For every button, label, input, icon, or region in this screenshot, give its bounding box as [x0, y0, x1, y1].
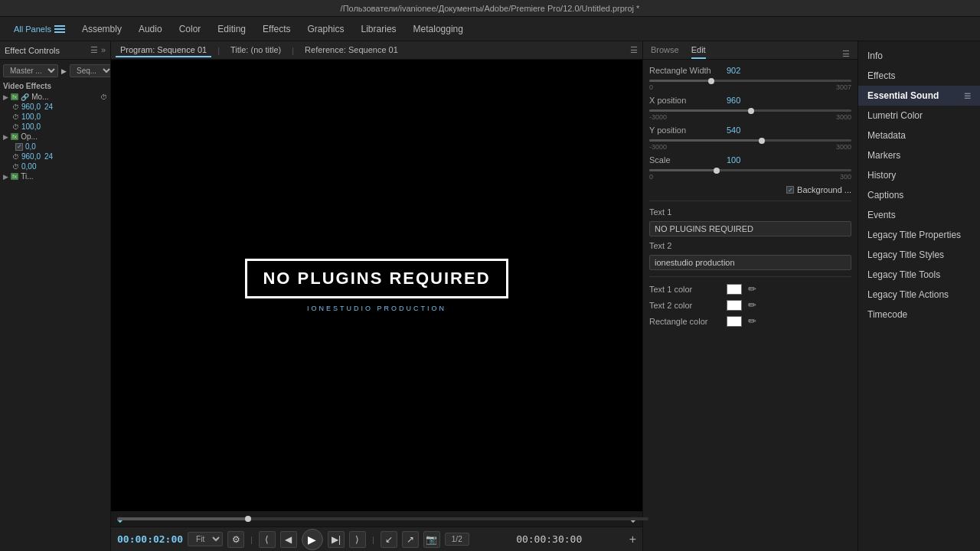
panel-expand-icon[interactable]: » [101, 45, 106, 55]
scale-stopwatch[interactable]: ⏱ [12, 123, 19, 131]
monitor-scrub[interactable]: ◆ ◆ [111, 511, 642, 527]
settings-icon[interactable]: ⚙ [227, 531, 244, 548]
scale-thumb[interactable] [714, 168, 720, 174]
scrub-fill [117, 517, 250, 520]
sidebar-item-events[interactable]: Events [858, 205, 980, 225]
opacity-label: Op... [21, 132, 38, 141]
nav-effects[interactable]: Effects [255, 21, 298, 37]
text2-input[interactable] [649, 255, 851, 270]
nav-assembly[interactable]: Assembly [74, 21, 129, 37]
y-pos-value[interactable]: 540 [727, 126, 740, 135]
browse-tab[interactable]: Browse [651, 44, 679, 59]
effect-checkbox[interactable]: ✓ [15, 143, 23, 151]
anchor-stopwatch[interactable]: ⏱ [12, 153, 19, 161]
y-pos-labels: -3000 3000 [649, 143, 851, 151]
sidebar-item-lumetri[interactable]: Lumetri Color [858, 106, 980, 126]
nav-graphics[interactable]: Graphics [300, 21, 352, 37]
nav-metalogging[interactable]: Metalogging [406, 21, 471, 37]
rect-width-label: Rectangle Width [649, 66, 722, 75]
opacity-arrow: ▶ [3, 133, 8, 141]
fit-dropdown[interactable]: Fit [188, 532, 223, 546]
panel-menu-icon[interactable]: ☰ [90, 45, 98, 55]
sidebar-item-legacy-title-props[interactable]: Legacy Title Properties [858, 225, 980, 245]
sidebar-item-info[interactable]: Info [858, 46, 980, 66]
master-dropdown[interactable]: Master ... [3, 64, 58, 77]
edit-tab[interactable]: Edit [691, 44, 706, 59]
step-forward-button[interactable]: ▶| [328, 531, 345, 548]
title-bar: /Пользователи/ivanionee/Документы/Adobe/… [0, 0, 980, 17]
text1-input[interactable] [649, 221, 851, 236]
background-checkbox[interactable]: ✓ [786, 186, 794, 194]
step-back-button[interactable]: ◀ [280, 531, 297, 548]
sidebar-item-markers[interactable]: Markers [858, 145, 980, 165]
text2-color-swatch[interactable] [727, 300, 742, 311]
x-pos-thumb[interactable] [748, 108, 754, 114]
export-frame-button[interactable]: 📷 [423, 531, 440, 548]
sidebar-item-metadata[interactable]: Metadata [858, 126, 980, 145]
loop-out-button[interactable]: ↗ [402, 531, 419, 548]
mark-in-button[interactable]: ⟨ [259, 531, 276, 548]
nav-libraries[interactable]: Libraries [354, 21, 404, 37]
sidebar-item-essential-sound[interactable]: Essential Sound ☰ [858, 86, 980, 106]
scale-value[interactable]: 100,0 [21, 122, 41, 131]
rect-eyedropper[interactable]: ✏ [746, 315, 758, 327]
sidebar-item-legacy-title-actions[interactable]: Legacy Title Actions [858, 285, 980, 305]
scrub-bar[interactable] [117, 517, 648, 520]
menu-icon-small[interactable]: ☰ [964, 92, 971, 100]
pos-y-stopwatch[interactable]: ⏱ [12, 113, 19, 121]
sidebar-item-legacy-title-styles[interactable]: Legacy Title Styles [858, 245, 980, 265]
nav-audio[interactable]: Audio [131, 21, 170, 37]
rotation-value[interactable]: 0,0 [25, 142, 36, 151]
sidebar-item-legacy-title-tools[interactable]: Legacy Title Tools [858, 265, 980, 285]
y-pos-thumb[interactable] [759, 138, 765, 144]
x-pos-slider[interactable]: -3000 3000 [649, 109, 851, 121]
rect-color-swatch[interactable] [727, 316, 742, 327]
fx-badge: fx [11, 93, 18, 100]
scale-fill [649, 169, 716, 171]
anchor-x[interactable]: 960,0 [21, 152, 41, 161]
loop-in-button[interactable]: ↙ [381, 531, 397, 548]
pos-x-value[interactable]: 960,0 [21, 103, 41, 111]
rect-width-thumb[interactable] [708, 78, 714, 84]
y-pos-slider[interactable]: -3000 3000 [649, 139, 851, 151]
scale-slider[interactable]: 0 300 [649, 169, 851, 181]
nav-color[interactable]: Color [172, 21, 209, 37]
anchor-y[interactable]: 0,00 [21, 162, 36, 171]
tab-program[interactable]: Program: Sequence 01 [116, 44, 211, 57]
x-pos-value[interactable]: 960 [727, 96, 740, 105]
add-button[interactable]: + [629, 533, 636, 546]
sidebar-item-history[interactable]: History [858, 165, 980, 185]
fx-badge-2: fx [11, 133, 18, 140]
nav-editing[interactable]: Editing [210, 21, 253, 37]
graphics-menu-icon[interactable]: ☰ [842, 49, 850, 59]
right-panel: Browse Edit ☰ Rectangle Width 902 0 3007 [643, 41, 858, 551]
tab-reference[interactable]: Reference: Sequence 01 [300, 44, 403, 57]
text1-color-label: Text 1 color [649, 285, 722, 294]
tab-title[interactable]: Title: (no title) [226, 44, 286, 57]
text1-eyedropper[interactable]: ✏ [746, 283, 758, 295]
all-panels-button[interactable]: All Panels [6, 21, 73, 37]
scale-labels: 0 300 [649, 173, 851, 181]
play-button[interactable]: ▶ [302, 529, 323, 550]
sidebar-item-effects[interactable]: Effects [858, 66, 980, 86]
stopwatch-icon[interactable]: ⏱ [100, 93, 107, 101]
text1-color-swatch[interactable] [727, 284, 742, 295]
scrub-thumb[interactable] [245, 516, 251, 522]
seq-dropdown[interactable]: Seq... [70, 64, 110, 77]
scale-prop-value[interactable]: 100 [727, 155, 740, 165]
pos-y-value[interactable]: 100,0 [21, 112, 41, 121]
far-right-sidebar: Info Effects Essential Sound ☰ Lumetri C… [858, 41, 980, 551]
rect-width-value[interactable]: 902 [727, 66, 740, 75]
rect-width-slider[interactable]: 0 3007 [649, 80, 851, 91]
sidebar-item-captions[interactable]: Captions [858, 185, 980, 205]
pos-x-stopwatch[interactable]: ⏱ [12, 103, 19, 111]
anchor-y-stopwatch[interactable]: ⏱ [12, 163, 19, 171]
monitor-menu-icon[interactable]: ☰ [630, 45, 638, 55]
preview-content: NO PLUGINS REQUIRED IONESTUDIO PRODUCTIO… [245, 259, 508, 312]
ctrl-divider: | [250, 535, 253, 544]
mark-out-button[interactable]: ⟩ [349, 531, 366, 548]
sidebar-item-timecode[interactable]: Timecode [858, 305, 980, 324]
rect-width-track [649, 80, 851, 82]
y-pos-row: Y position 540 [649, 126, 851, 135]
text2-eyedropper[interactable]: ✏ [746, 299, 758, 311]
